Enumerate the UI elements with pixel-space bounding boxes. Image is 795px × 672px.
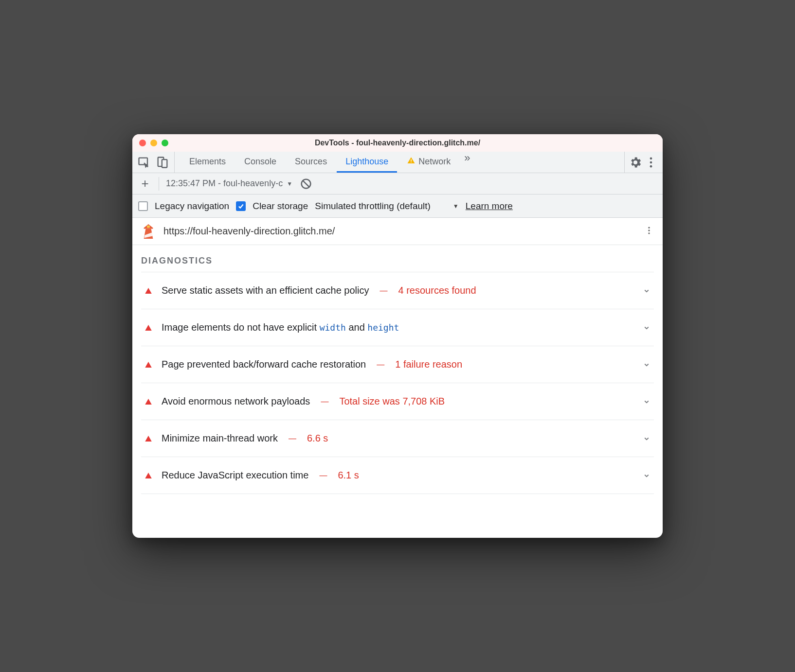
- svg-point-6: [650, 161, 652, 163]
- warning-icon: [407, 156, 416, 167]
- diagnostic-row[interactable]: Page prevented back/forward cache restor…: [141, 346, 654, 383]
- tab-label: Sources: [295, 157, 327, 167]
- tab-elements[interactable]: Elements: [181, 152, 235, 173]
- diagnostic-row[interactable]: Avoid enormous network payloads — Total …: [141, 383, 654, 420]
- text: Image elements do not have explicit: [162, 322, 320, 333]
- lighthouse-logo-icon: [141, 223, 156, 240]
- section-title: DIAGNOSTICS: [141, 256, 654, 266]
- diagnostic-row[interactable]: Minimize main-thread work — 6.6 s: [141, 420, 654, 457]
- panel-tabs: Elements Console Sources Lighthouse Netw…: [181, 152, 474, 173]
- fail-triangle-icon: [144, 434, 153, 443]
- divider: [159, 177, 159, 191]
- tab-label: Network: [418, 157, 451, 167]
- svg-line-9: [303, 180, 309, 187]
- tab-console[interactable]: Console: [235, 152, 285, 173]
- tabs-overflow-button[interactable]: »: [460, 152, 474, 173]
- report-menu-icon[interactable]: [644, 225, 654, 238]
- dash: —: [380, 286, 388, 295]
- text: and: [346, 322, 367, 333]
- titlebar: DevTools - foul-heavenly-direction.glitc…: [132, 134, 663, 152]
- svg-rect-2: [162, 159, 167, 167]
- diagnostic-title: Image elements do not have explicit widt…: [162, 322, 399, 333]
- fail-triangle-icon: [144, 323, 153, 332]
- report-picker-label: 12:35:47 PM - foul-heavenly-c: [166, 178, 283, 189]
- chevron-down-icon: [642, 397, 651, 406]
- diagnostic-title: Avoid enormous network payloads: [162, 396, 310, 407]
- window-title: DevTools - foul-heavenly-direction.glitc…: [132, 139, 663, 147]
- traffic-lights: [139, 140, 168, 146]
- chevron-down-icon: [642, 471, 651, 480]
- tab-label: Lighthouse: [345, 157, 388, 167]
- throttling-caret-icon[interactable]: ▼: [453, 203, 459, 210]
- clear-storage-checkbox[interactable]: [236, 201, 246, 211]
- throttling-label: Simulated throttling (default): [315, 201, 431, 212]
- svg-rect-11: [147, 225, 150, 228]
- dash: —: [321, 397, 328, 406]
- tab-label: Elements: [189, 157, 226, 167]
- tabstrip-right: [624, 152, 658, 173]
- report-content: DIAGNOSTICS Serve static assets with an …: [132, 245, 663, 538]
- dash: —: [319, 471, 327, 480]
- zoom-window-button[interactable]: [162, 140, 168, 146]
- tab-lighthouse[interactable]: Lighthouse: [337, 152, 397, 173]
- svg-rect-3: [411, 159, 412, 161]
- diagnostics-list: Serve static assets with an efficient ca…: [141, 272, 654, 494]
- device-toolbar-icon[interactable]: [156, 156, 169, 169]
- diagnostic-row[interactable]: Image elements do not have explicit widt…: [141, 309, 654, 346]
- fail-triangle-icon: [144, 471, 153, 480]
- legacy-navigation-label: Legacy navigation: [155, 201, 229, 212]
- diagnostic-title: Page prevented back/forward cache restor…: [162, 359, 366, 370]
- main-tabstrip: Elements Console Sources Lighthouse Netw…: [132, 152, 663, 173]
- caret-down-icon: ▼: [287, 180, 292, 187]
- diagnostic-title: Minimize main-thread work: [162, 433, 278, 444]
- inspect-element-icon[interactable]: [137, 156, 151, 169]
- svg-point-14: [648, 227, 650, 228]
- diagnostic-detail: 6.6 s: [307, 433, 328, 444]
- chevron-down-icon: [642, 434, 651, 443]
- learn-more-link[interactable]: Learn more: [466, 201, 513, 212]
- diagnostic-title: Serve static assets with an efficient ca…: [162, 285, 369, 296]
- close-window-button[interactable]: [139, 140, 146, 146]
- inspector-icon-group: [137, 152, 175, 173]
- fail-triangle-icon: [144, 286, 153, 295]
- clear-storage-label: Clear storage: [253, 201, 308, 212]
- kebab-menu-icon[interactable]: [644, 156, 658, 169]
- code-token: width: [320, 322, 346, 333]
- minimize-window-button[interactable]: [150, 140, 157, 146]
- chevron-down-icon: [642, 360, 651, 369]
- chevron-down-icon: [642, 323, 651, 332]
- lighthouse-subbar: + 12:35:47 PM - foul-heavenly-c ▼: [132, 173, 663, 195]
- tab-label: Console: [244, 157, 276, 167]
- dash: —: [377, 360, 384, 369]
- diagnostic-detail: Total size was 7,708 KiB: [339, 396, 445, 407]
- diagnostic-row[interactable]: Reduce JavaScript execution time — 6.1 s: [141, 457, 654, 494]
- chevron-down-icon: [642, 286, 651, 295]
- fail-triangle-icon: [144, 360, 153, 369]
- diagnostic-detail: 1 failure reason: [395, 359, 462, 370]
- svg-point-5: [650, 157, 652, 159]
- diagnostic-title: Reduce JavaScript execution time: [162, 470, 308, 481]
- svg-point-16: [648, 232, 650, 234]
- svg-rect-0: [139, 158, 148, 164]
- tab-network[interactable]: Network: [398, 152, 459, 173]
- diagnostic-row[interactable]: Serve static assets with an efficient ca…: [141, 272, 654, 309]
- settings-gear-icon[interactable]: [629, 156, 642, 169]
- tab-sources[interactable]: Sources: [286, 152, 336, 173]
- diagnostic-detail: 4 resources found: [398, 285, 476, 296]
- devtools-window: DevTools - foul-heavenly-direction.glitc…: [132, 134, 663, 538]
- legacy-navigation-checkbox[interactable]: [138, 201, 148, 211]
- diagnostic-detail: 6.1 s: [338, 470, 359, 481]
- svg-rect-4: [411, 161, 412, 162]
- report-url-bar: https://foul-heavenly-direction.glitch.m…: [132, 218, 663, 245]
- dash: —: [289, 434, 296, 443]
- block-icon[interactable]: [299, 177, 313, 191]
- report-url: https://foul-heavenly-direction.glitch.m…: [163, 226, 636, 237]
- code-token: height: [367, 322, 399, 333]
- new-report-button[interactable]: +: [138, 176, 152, 191]
- report-picker[interactable]: 12:35:47 PM - foul-heavenly-c ▼: [166, 178, 292, 189]
- fail-triangle-icon: [144, 397, 153, 406]
- lighthouse-options-bar: Legacy navigation Clear storage Simulate…: [132, 195, 663, 218]
- svg-point-15: [648, 230, 650, 231]
- svg-point-7: [650, 165, 652, 167]
